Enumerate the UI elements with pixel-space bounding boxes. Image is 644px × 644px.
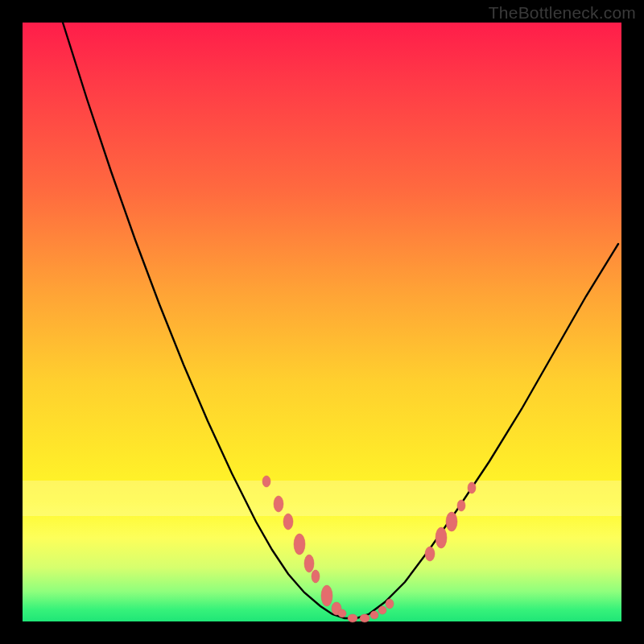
curve-marker <box>468 482 476 493</box>
bottleneck-curve <box>63 23 618 618</box>
curve-marker <box>378 606 386 614</box>
curve-marker <box>304 555 314 572</box>
chart-svg <box>23 23 621 621</box>
curve-marker <box>312 570 320 583</box>
curve-marker <box>436 527 447 548</box>
curve-marker <box>446 512 457 531</box>
curve-marker <box>425 547 435 561</box>
chart-frame <box>23 23 621 621</box>
curve-marker <box>338 609 346 617</box>
curve-marker <box>360 614 369 622</box>
curve-marker <box>348 614 357 622</box>
curve-marker <box>386 599 394 609</box>
curve-marker <box>283 514 293 530</box>
curve-marker <box>370 611 378 619</box>
curve-markers <box>262 476 476 622</box>
curve-marker <box>321 585 332 606</box>
curve-marker <box>294 534 305 555</box>
watermark-text: TheBottleneck.com <box>489 3 636 23</box>
curve-marker <box>457 500 465 511</box>
curve-marker <box>274 496 283 512</box>
curve-marker <box>262 476 270 487</box>
